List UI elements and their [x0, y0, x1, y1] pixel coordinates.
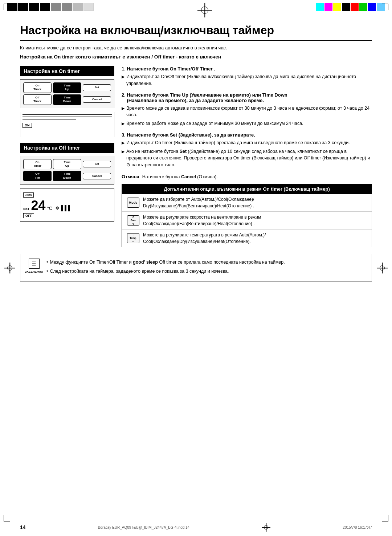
step-2-bullet-2-text: Времето за работа може да се зададе от м…: [126, 120, 303, 127]
block-6: [62, 3, 72, 11]
option-row-3: + Temp – Можете да регулирате температур…: [122, 230, 372, 247]
option-icon-cell-1: Mode: [125, 198, 141, 208]
footer-date: 2015/7/8 16:17:47: [343, 525, 372, 529]
step-2-bullet-2: ▶ Времето за работа може да се зададе от…: [122, 120, 372, 127]
fan-up-arrow: ∧: [132, 215, 134, 218]
step-3-text: Натиснете бутона Set (Задействане), за д…: [127, 132, 255, 138]
cancel-text: Натиснете бутона Cancel (Отмяна).: [142, 174, 218, 179]
corner-mark-br: [382, 515, 388, 521]
magenta-block: [324, 3, 332, 11]
bottom-crosshair-circle: [264, 525, 268, 529]
note-text-1: Между функциите On Timer/Off Timer и goo…: [50, 259, 285, 266]
option-icon-cell-3: + Temp –: [125, 233, 141, 243]
time-up-btn: TimeUp: [53, 82, 81, 93]
fan-label: Fan: [130, 219, 135, 222]
on-timer-header: Настройка на On timer: [20, 66, 114, 76]
subtitle: Климатикът може да се настрои така, че д…: [20, 45, 372, 50]
black-gray-blocks: [7, 3, 94, 11]
cyan-block: [316, 3, 324, 11]
cancel-btn-2: Cancel: [83, 173, 111, 179]
set-btn-2: Set: [83, 161, 111, 167]
right-column: 1. Натиснете бутона On Timer/Off Timer .…: [122, 66, 372, 247]
options-header: Допълнителни опции, възможни в режим On …: [122, 184, 372, 194]
arrow-icon-2: ▶: [122, 105, 124, 119]
key-block: [342, 3, 350, 11]
block-3: [29, 3, 39, 11]
center-crosshair: [197, 3, 212, 17]
option-row-2: ∧ Fan ∨ Можете да регулирате скоростта н…: [122, 212, 372, 230]
set-label: SET: [23, 207, 30, 211]
note-bullet-2: • След настройката на таймера, зададенот…: [46, 268, 366, 275]
step-2-bullet-1-text: Времето може да се задава в половинчасов…: [126, 105, 372, 119]
step-2-number: 2.: [122, 92, 126, 98]
option-text-2: Можете да регулирате скоростта на вентил…: [141, 214, 369, 227]
footer-file: Boracay EUR_AQ09T&U@_IBIM_32447A_BG-4.in…: [98, 525, 190, 529]
red-block: [351, 3, 359, 11]
note-box: ☰ ЗАБЕЛЕЖКА • Между функциите On Timer/O…: [20, 254, 372, 281]
left-color-blocks: [7, 3, 94, 11]
temp-label: Temp: [130, 237, 136, 239]
off-timer-section: Настройка на Off timer OnTimer TimeUp Se…: [20, 143, 114, 222]
step-1: 1. Натиснете бутона On Timer/Off Timer .…: [122, 66, 372, 87]
temp-number: 24: [31, 199, 46, 212]
screen-lines: [23, 114, 112, 119]
screen-line-3: [23, 119, 76, 119]
fan-down-arrow: ∨: [132, 222, 134, 226]
block-7: [73, 3, 83, 11]
corner-mark-tr: [382, 4, 388, 10]
green-block: [359, 3, 367, 11]
right-side-crosshair: [377, 263, 388, 273]
on-timer-btn: OnTimer: [23, 82, 52, 93]
blue-block: [368, 3, 376, 11]
cancel-label: Отмяна: [122, 174, 139, 179]
steps-list: 1. Натиснете бутона On Timer/Off Timer .…: [122, 66, 372, 168]
right-crosshair-circle: [380, 265, 385, 271]
screen-line-2: [23, 117, 112, 117]
note-label: ЗАБЕЛЕЖКА: [25, 270, 43, 273]
corner-mark-bl: [4, 515, 10, 521]
page-number: 14: [20, 524, 26, 530]
arrow-icon-5: ▶: [122, 149, 124, 168]
temp-plus: +: [132, 234, 134, 237]
remote-buttons-off: OnTimer TimeUp Set OffTim TimeDown Cance…: [23, 159, 111, 182]
step-3-title: 3. Натиснете бутона Set (Задействане), з…: [122, 132, 372, 138]
auto-label: Auto: [23, 192, 34, 198]
option-text-3: Можете да регулирате температурата в реж…: [141, 232, 369, 245]
time-up-btn-2: TimeUp: [53, 159, 81, 170]
screen-line-1: [23, 114, 112, 115]
option-row-1: Mode Можете да избирате от Auto(Автом.)/…: [122, 194, 372, 212]
off-timer-display: Auto SET 24 °C ❄ ▌▌▌ OFF: [20, 188, 114, 222]
step-2: 2. Натиснете бутона Time Up (Увеличаване…: [122, 92, 372, 127]
on-timer-section: Настройка на On timer OnTimer TimeUp Set…: [20, 66, 114, 137]
step-3-bullet-1: ▶ Индикаторът On timer (Включващ таймер)…: [122, 139, 372, 146]
two-column-layout: Настройка на On timer OnTimer TimeUp Set…: [20, 66, 372, 247]
set-btn: Set: [83, 84, 111, 91]
cancel-note: Отмяна Натиснете бутона Cancel (Отмяна).: [122, 174, 372, 179]
block-5: [51, 3, 61, 11]
block-8: [83, 3, 94, 11]
time-down-btn: TimeDown: [53, 94, 81, 105]
off-timer-remote-diagram: OnTimer TimeUp Set OffTim TimeDown Cance…: [20, 156, 114, 185]
time-down-btn-2: TimeDown: [53, 171, 81, 181]
note-content: • Между функциите On Timer/Off Timer и g…: [46, 259, 366, 277]
top-registration-area: [0, 0, 392, 20]
temp-icon-box: + Temp –: [127, 233, 139, 243]
arrow-icon-3: ▶: [122, 121, 124, 127]
page-title: Настройка на включващ/изключващ таймер: [20, 24, 372, 41]
arrow-icon-4: ▶: [122, 140, 124, 146]
corner-mark-tl: [4, 4, 10, 10]
step-2-bullet-1: ▶ Времето може да се задава в половинчас…: [122, 105, 372, 119]
block-4: [40, 3, 50, 11]
left-side-crosshair: [4, 263, 15, 273]
temp-unit: °C: [47, 206, 53, 211]
step-1-number: 1.: [122, 66, 126, 72]
step-2-title: 2. Натиснете бутона Time Up (Увеличаване…: [122, 92, 372, 103]
step-3: 3. Натиснете бутона Set (Задействане), з…: [122, 132, 372, 168]
note-icon: ☰: [29, 259, 40, 269]
block-2: [18, 3, 28, 11]
on-timer-remote-diagram: OnTimer TimeUp Set OffTimer TimeDown Can…: [20, 79, 114, 108]
bold-subtitle: Настройка на On timer когато климатикът …: [20, 54, 372, 60]
note-dot-1: •: [46, 259, 48, 266]
step-1-bullet-1: ▶ Индикаторът за On/Off timer (Включващ/…: [122, 73, 372, 87]
temp-minus: –: [132, 239, 134, 243]
